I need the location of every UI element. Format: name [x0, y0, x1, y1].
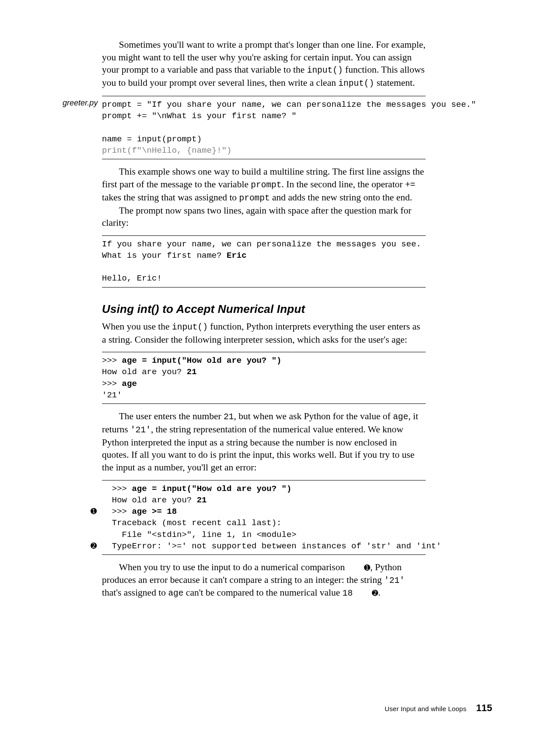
paragraph: This example shows one way to build a mu…	[102, 165, 426, 204]
callout-1-icon: ➊	[347, 563, 371, 573]
paragraph-intro: Sometimes you'll want to write a prompt …	[102, 39, 426, 90]
text: When you use the	[102, 321, 172, 332]
code-listing-repl-1: >>> age = input("How old are you? ") How…	[102, 352, 426, 404]
page-footer: User Input and while Loops 115	[385, 702, 492, 714]
paragraph: When you try to use the input to do a nu…	[102, 561, 426, 600]
code-listing-greeter: greeter.py prompt = "If you share your n…	[102, 96, 426, 159]
page-number: 115	[476, 702, 492, 713]
code-listing-repl-2: >>> age = input("How old are you? ") How…	[102, 480, 426, 555]
text: takes the string that was assigned to	[102, 192, 239, 203]
code-inline: '21'	[384, 576, 405, 586]
code-listing-output: If you share your name, we can personali…	[102, 235, 426, 288]
text: and adds the new string onto the end.	[270, 192, 412, 203]
text: that's assigned to	[102, 587, 168, 598]
code-block: >>> age = input("How old are you? ") How…	[102, 355, 426, 401]
code-block: >>> age = input("How old are you? ") How…	[102, 483, 426, 552]
code-inline: 18	[343, 589, 353, 598]
text: When you try to use the input to do a nu…	[119, 562, 347, 572]
content-column: Sometimes you'll want to write a prompt …	[102, 39, 426, 600]
code-inline: age	[168, 589, 183, 598]
paragraph: The user enters the number 21, but when …	[102, 410, 426, 474]
code-block: If you share your name, we can personali…	[102, 238, 426, 284]
code-inline: input()	[338, 79, 374, 88]
section-heading: Using int() to Accept Numerical Input	[102, 302, 426, 316]
paragraph: When you use the input() function, Pytho…	[102, 320, 426, 346]
chapter-title: User Input and while Loops	[385, 705, 466, 712]
text: The prompt now spans two lines, again wi…	[102, 205, 411, 228]
code-inline: 21	[224, 412, 234, 422]
text: The user enters the number	[119, 411, 224, 421]
text: can't be compared to the numerical value	[183, 587, 342, 598]
text: , but when we ask Python for the value o…	[234, 411, 393, 421]
code-inline: +=	[405, 180, 415, 190]
text: . In the second line, the operator	[282, 179, 405, 189]
text: statement.	[374, 77, 415, 88]
page: Sometimes you'll want to write a prompt …	[0, 0, 560, 740]
code-block: prompt = "If you share your name, we can…	[102, 99, 426, 156]
text: .	[378, 587, 380, 598]
code-inline: prompt	[251, 180, 281, 190]
callout-2-icon: ➋	[91, 541, 97, 551]
callout-1-icon: ➊	[91, 507, 97, 517]
paragraph: The prompt now spans two lines, again wi…	[102, 204, 426, 229]
code-inline: prompt	[239, 193, 270, 203]
filename-label: greeter.py	[63, 98, 98, 108]
code-inline: input()	[172, 323, 208, 332]
code-inline: age	[393, 412, 408, 422]
code-inline: '21'	[130, 425, 151, 435]
callout-2-icon: ➋	[355, 589, 378, 599]
code-inline: input()	[307, 66, 343, 75]
